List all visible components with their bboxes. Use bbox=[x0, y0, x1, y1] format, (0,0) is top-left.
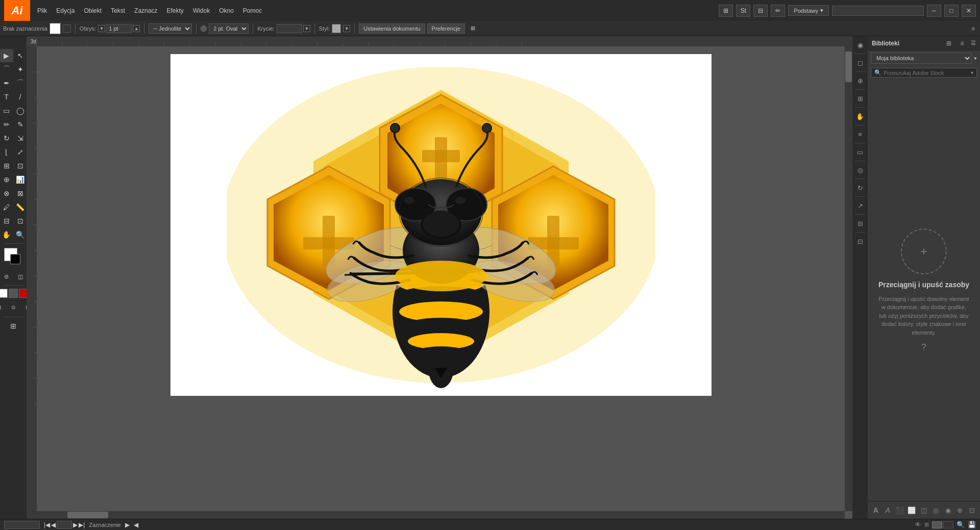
prev-page-button[interactable]: ◀ bbox=[51, 521, 56, 528]
vertical-scrollbar[interactable] bbox=[845, 36, 852, 511]
view-mode-1[interactable] bbox=[932, 521, 942, 528]
color-btn-gray[interactable] bbox=[9, 289, 18, 298]
italic-text-icon[interactable]: A bbox=[883, 503, 893, 517]
menu-tekst[interactable]: Tekst bbox=[107, 5, 129, 16]
horizontal-scrollbar[interactable] bbox=[27, 511, 845, 519]
selection-tool[interactable]: ▶ bbox=[0, 49, 13, 62]
status-expand[interactable]: ▶ bbox=[125, 521, 130, 528]
hand-tool[interactable]: ✋ bbox=[0, 228, 13, 241]
magnify-icon[interactable]: 🔍 bbox=[957, 521, 965, 528]
character-style-icon[interactable]: ⊕ bbox=[955, 503, 965, 517]
hand-icon-side[interactable]: ✋ bbox=[853, 110, 867, 123]
status-expand-icon[interactable]: ⊞ bbox=[924, 521, 929, 528]
view-icon[interactable]: ⊟ bbox=[753, 5, 768, 17]
stroke-cap-select[interactable]: 2 pt. Oval bbox=[209, 23, 249, 34]
save-icon[interactable]: 💾 bbox=[968, 521, 976, 528]
menu-zaznacz[interactable]: Zaznacz bbox=[130, 5, 161, 16]
duplicate-bottom-icon[interactable]: ⊡ bbox=[967, 503, 977, 517]
opacity-input[interactable]: 100% bbox=[277, 24, 302, 33]
stroke-swatch[interactable] bbox=[63, 24, 71, 33]
help-icon[interactable]: ? bbox=[922, 343, 926, 352]
zoom-tool[interactable]: 🔍 bbox=[14, 228, 27, 241]
menu-pomoc[interactable]: Pomoc bbox=[239, 5, 266, 16]
pen-icon[interactable]: ✏ bbox=[771, 5, 785, 17]
close-button[interactable]: ✕ bbox=[962, 5, 976, 17]
library-options-button[interactable]: ▾ bbox=[974, 55, 977, 62]
profile-icon[interactable]: ◻ bbox=[853, 56, 867, 69]
measure-tool[interactable]: 📏 bbox=[14, 200, 27, 214]
menu-obiekt[interactable]: Obiekt bbox=[80, 5, 106, 16]
circle-icon[interactable]: ◎ bbox=[853, 163, 867, 176]
lines-icon[interactable]: ≡ bbox=[853, 128, 867, 141]
stock-search-input[interactable] bbox=[884, 70, 969, 76]
preferences-button[interactable]: Preferencje bbox=[427, 23, 465, 34]
pencil-tool[interactable]: ✎ bbox=[14, 118, 27, 131]
minimize-button[interactable]: ─ bbox=[927, 5, 941, 17]
grid-view-button[interactable]: ⊞ bbox=[943, 38, 954, 49]
stack-tool[interactable]: ⊞ bbox=[4, 319, 22, 333]
zoom-input[interactable]: 400% bbox=[4, 521, 40, 529]
fill-icon[interactable]: ⬛ bbox=[895, 503, 905, 517]
search-expand-button[interactable]: ▾ bbox=[971, 70, 973, 75]
stroke-width-input[interactable]: 1 pt bbox=[106, 24, 132, 33]
status-collapse[interactable]: ◀ bbox=[134, 521, 138, 528]
gradient-icon[interactable]: ◫ bbox=[14, 270, 27, 283]
eyedropper-tool[interactable]: 🖊 bbox=[0, 200, 13, 214]
adobe-stock-search[interactable]: 🔍 ▾ bbox=[871, 68, 977, 78]
next-page-button[interactable]: ▶ bbox=[73, 521, 78, 528]
arrange-icon-toolbar[interactable]: ⊞ bbox=[467, 22, 479, 35]
opacity-btn[interactable]: ⊙ bbox=[7, 300, 20, 314]
square-icon[interactable]: ▭ bbox=[853, 145, 867, 159]
stroke-icon-bottom[interactable]: ⬜ bbox=[907, 503, 917, 517]
arrange-icon[interactable]: ⊞ bbox=[719, 5, 733, 17]
direct-selection-tool[interactable]: ↖ bbox=[14, 49, 27, 62]
menu-efekty[interactable]: Efekty bbox=[162, 5, 187, 16]
chart-tool[interactable]: 📊 bbox=[14, 173, 27, 186]
stroke-none[interactable]: ⊠ bbox=[0, 300, 6, 314]
rotate-icon[interactable]: ↻ bbox=[853, 181, 867, 194]
sync-icon[interactable]: St bbox=[736, 5, 750, 17]
color-btn-red[interactable] bbox=[19, 289, 27, 298]
opacity-arrow[interactable]: ▼ bbox=[303, 25, 310, 32]
document-settings-button[interactable]: Ustawienia dokumentu bbox=[359, 23, 425, 34]
menu-edycja[interactable]: Edycja bbox=[52, 5, 79, 16]
canvas-document[interactable] bbox=[37, 46, 845, 511]
link-icon[interactable]: ⊕ bbox=[853, 74, 867, 87]
perspective-tool[interactable]: ⊡ bbox=[14, 159, 27, 172]
curvature-tool[interactable]: ⌒ bbox=[14, 77, 27, 90]
grid-icon[interactable]: ⊞ bbox=[853, 92, 867, 105]
slice-tool[interactable]: ⊡ bbox=[14, 214, 27, 228]
text-icon[interactable]: A bbox=[871, 503, 881, 517]
color-wheel-icon[interactable]: ◉ bbox=[853, 38, 867, 52]
stroke-down-arrow[interactable]: ▼ bbox=[98, 25, 105, 32]
symbol-sprayer-tool[interactable]: ⊗ bbox=[0, 187, 13, 200]
menu-widok[interactable]: Widok bbox=[189, 5, 214, 16]
rectangle-tool[interactable]: ▭ bbox=[0, 104, 13, 117]
status-eye-icon[interactable]: 👁 bbox=[915, 521, 921, 528]
color-btn-white[interactable] bbox=[0, 289, 8, 298]
options-button[interactable]: ≡ bbox=[970, 26, 977, 32]
layer-btn[interactable]: ⊡ bbox=[21, 300, 27, 314]
library-dropdown[interactable]: Moja biblioteka bbox=[871, 53, 972, 64]
view-mode-2[interactable] bbox=[943, 521, 953, 528]
type-tool[interactable]: T bbox=[0, 90, 13, 104]
free-transform-tool[interactable]: ⤢ bbox=[14, 145, 27, 159]
pen-tool[interactable]: ✒ bbox=[0, 77, 13, 90]
list-view-button[interactable]: ≡ bbox=[957, 38, 968, 49]
magic-wand-tool[interactable]: ✦ bbox=[14, 63, 27, 76]
paintbrush-tool[interactable]: ✏ bbox=[0, 118, 13, 131]
workspace-button[interactable]: Podstawy ▾ bbox=[788, 5, 829, 16]
stroke-color[interactable] bbox=[10, 254, 20, 264]
panel-menu-button[interactable]: ☰ bbox=[971, 40, 976, 46]
last-page-button[interactable]: ▶| bbox=[79, 521, 85, 528]
none-icon[interactable]: ⊘ bbox=[0, 270, 13, 283]
duplicate-icon[interactable]: ⊡ bbox=[853, 235, 867, 248]
style-arrow[interactable]: ▼ bbox=[343, 25, 350, 32]
warp-tool[interactable]: ⌊ bbox=[0, 145, 13, 159]
export-icon[interactable]: ↗ bbox=[853, 199, 867, 212]
gradient-icon-bottom[interactable]: ◫ bbox=[919, 503, 929, 517]
search-input[interactable] bbox=[832, 6, 924, 16]
maximize-button[interactable]: □ bbox=[944, 5, 959, 17]
stroke-style-select[interactable]: ─ Jednolite bbox=[149, 23, 192, 34]
shape-builder-tool[interactable]: ⊞ bbox=[0, 159, 13, 172]
